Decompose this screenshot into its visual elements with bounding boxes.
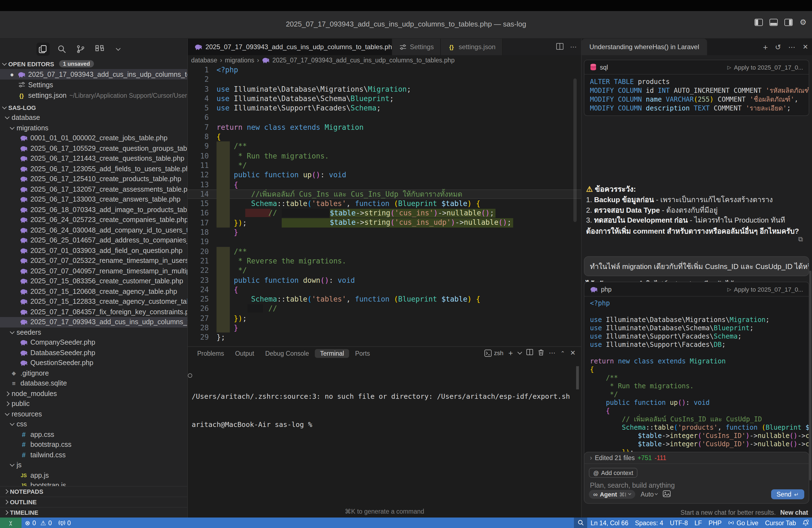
- tree-item[interactable]: 2025_07_15_122833_create_agency_customer…: [0, 297, 188, 307]
- editor-tab[interactable]: {}settings.json: [441, 39, 503, 55]
- chat-tab[interactable]: Understanding whereHas() in Laravel: [582, 39, 707, 55]
- panel-tab-problems[interactable]: Problems: [192, 349, 229, 358]
- tree-item[interactable]: #tailwind.css: [0, 450, 188, 460]
- breadcrumb-file[interactable]: 2025_07_17_093943_add_cus_ins_udp_column…: [272, 57, 454, 63]
- toggle-left-sidebar-icon[interactable]: [755, 19, 763, 26]
- ai-suggestion[interactable]: $table->string('cus_ins')->nullable();: [330, 209, 496, 218]
- tree-folder[interactable]: js: [0, 460, 188, 470]
- search-status-icon[interactable]: [574, 517, 587, 528]
- open-editor-item[interactable]: ●2025_07_17_093943_add_cus_ins_udp_colum…: [0, 69, 188, 79]
- chevron-down-icon[interactable]: [112, 43, 125, 56]
- tree-item[interactable]: 2025_06_17_125410_create_products_table.…: [0, 174, 188, 184]
- open-editor-item[interactable]: Settings: [0, 79, 188, 90]
- tree-item[interactable]: 2025_06_17_133003_create_answers_table.p…: [0, 194, 188, 205]
- kill-terminal-icon[interactable]: [538, 349, 544, 357]
- add-context-button[interactable]: @ Add context: [589, 468, 638, 478]
- chat-messages[interactable]: sql ▷Apply to 2025_07_17_0... ALTER TABL…: [582, 55, 812, 490]
- project-section-header[interactable]: SAS-LOG: [0, 102, 188, 113]
- chat-history-icon[interactable]: ↺: [775, 43, 781, 51]
- settings-gear-icon[interactable]: ⚙: [800, 19, 807, 26]
- tree-item[interactable]: 2025_07_01_033903_add_field_on_question.…: [0, 246, 188, 256]
- tree-item[interactable]: 2025_06_18_070343_add_image_to_products_…: [0, 205, 188, 215]
- indentation-status[interactable]: Spaces: 4: [632, 519, 666, 526]
- tree-item[interactable]: JSapp.js: [0, 470, 188, 481]
- sidebar-section-timeline[interactable]: TIMELINE: [0, 507, 188, 517]
- encoding-status[interactable]: UTF-8: [666, 519, 691, 526]
- sidebar-section-notepads[interactable]: NOTEPADS: [0, 486, 188, 497]
- tree-item[interactable]: 2025_06_17_121443_create_questions_table…: [0, 153, 188, 164]
- tree-item[interactable]: 2025_06_17_123055_add_fields_to_users_ta…: [0, 164, 188, 174]
- tree-folder[interactable]: migrations: [0, 123, 188, 133]
- tree-item[interactable]: #app.css: [0, 429, 188, 440]
- send-button[interactable]: Send↵: [771, 489, 804, 499]
- chat-input[interactable]: Plan, search, build anything: [590, 482, 809, 489]
- more-actions-icon[interactable]: ⋯: [570, 43, 577, 51]
- tree-item[interactable]: 2025_06_25_014657_add_address_to_compani…: [0, 235, 188, 246]
- tree-folder[interactable]: seeders: [0, 327, 188, 337]
- tree-item[interactable]: 2025_06_17_105529_create_question_groups…: [0, 143, 188, 153]
- terminal-output[interactable]: /Users/aritach/.zshrc:source:3: no such …: [192, 363, 570, 448]
- panel-more-icon[interactable]: ⋯: [549, 349, 555, 357]
- tree-item[interactable]: ≡database.sqlite: [0, 378, 188, 388]
- apply-button[interactable]: ▷Apply to 2025_07_17_0...: [727, 64, 803, 70]
- open-editors-header[interactable]: OPEN EDITORS 1 unsaved: [0, 59, 188, 69]
- tree-item[interactable]: 2025_06_24_025723_create_companies_table…: [0, 215, 188, 225]
- tree-item[interactable]: ◆.gitignore: [0, 368, 188, 378]
- new-chat-link[interactable]: New chat: [780, 509, 808, 516]
- tree-item[interactable]: DatabaseSeeder.php: [0, 348, 188, 358]
- tree-folder[interactable]: database: [0, 113, 188, 123]
- chat-scrollbar[interactable]: [809, 270, 811, 481]
- search-icon[interactable]: [55, 43, 69, 56]
- editor-tab[interactable]: 2025_07_17_093943_add_cus_ins_udp_column…: [188, 39, 392, 55]
- tree-item[interactable]: 2025_07_17_093943_add_cus_ins_udp_column…: [0, 317, 188, 327]
- editor-tab[interactable]: Settings: [392, 39, 441, 55]
- tree-item[interactable]: 2025_07_07_025322_rename_timestamp_in_us…: [0, 256, 188, 266]
- panel-tab-output[interactable]: Output: [230, 349, 259, 358]
- cursor-tab-status[interactable]: Cursor Tab: [762, 519, 799, 526]
- tree-item[interactable]: 2025_07_07_040957_rename_timestamp_in_mu…: [0, 266, 188, 276]
- new-terminal-icon[interactable]: +: [508, 349, 513, 357]
- toggle-right-sidebar-icon[interactable]: [785, 19, 793, 26]
- maximize-panel-icon[interactable]: ⌃: [561, 350, 565, 356]
- sidebar-section-outline[interactable]: OUTLINE: [0, 497, 188, 507]
- terminal-dropdown-icon[interactable]: [517, 350, 522, 355]
- tree-item[interactable]: 2025_07_17_084357_fix_foreign_key_constr…: [0, 307, 188, 317]
- language-mode-status[interactable]: PHP: [705, 519, 725, 526]
- new-chat-icon[interactable]: +: [763, 42, 768, 52]
- panel-tab-debug-console[interactable]: Debug Console: [260, 349, 314, 358]
- close-chat-icon[interactable]: ✕: [802, 43, 808, 51]
- source-control-icon[interactable]: [74, 43, 87, 56]
- panel-tab-terminal[interactable]: Terminal: [315, 349, 349, 358]
- tree-item[interactable]: 2025_07_15_120608_create_agency_table.ph…: [0, 287, 188, 297]
- apply-button[interactable]: ▷Apply to 2025_07_17_0...: [727, 286, 803, 292]
- breadcrumb-item[interactable]: migrations: [225, 57, 254, 63]
- extensions-icon[interactable]: [93, 43, 106, 56]
- remote-indicator[interactable]: ⪥: [0, 517, 21, 528]
- problems-status[interactable]: ⊗0 ⚠0: [21, 519, 55, 527]
- tree-item[interactable]: #bootstrap.css: [0, 440, 188, 450]
- tree-item[interactable]: 2025_06_17_132057_create_assessments_tab…: [0, 184, 188, 194]
- split-editor-icon[interactable]: [556, 43, 563, 51]
- tree-folder[interactable]: node_modules: [0, 388, 188, 399]
- ports-status[interactable]: 0: [55, 519, 74, 526]
- tree-folder[interactable]: resources: [0, 409, 188, 419]
- code-editor[interactable]: 1<?php23use Illuminate\Database\Migratio…: [188, 65, 581, 346]
- editor-scrollbar[interactable]: [574, 78, 577, 222]
- open-editor-item[interactable]: {}settings.json~/Library/Application Sup…: [0, 90, 188, 101]
- attach-image-icon[interactable]: [663, 490, 671, 498]
- tree-folder[interactable]: css: [0, 419, 188, 429]
- toggle-bottom-panel-icon[interactable]: [770, 19, 778, 26]
- tree-item[interactable]: 2025_07_15_083356_create_customer_table.…: [0, 276, 188, 287]
- tree-item[interactable]: 0001_01_01_000002_create_jobs_table.php: [0, 133, 188, 143]
- go-live-button[interactable]: Go Live: [725, 519, 762, 526]
- notifications-bell-icon[interactable]: [799, 519, 812, 526]
- edited-files-row[interactable]: › Edited 21 files +751 -111: [584, 452, 809, 464]
- tree-item[interactable]: 2025_06_24_030048_add_company_id_to_user…: [0, 225, 188, 235]
- copy-message-icon[interactable]: ⧉: [798, 235, 803, 243]
- terminal-scrollbar[interactable]: [576, 366, 579, 390]
- tree-folder[interactable]: public: [0, 399, 188, 409]
- ai-suggestion[interactable]: $table->string('cus_ins_udp')->nullable(…: [282, 218, 513, 228]
- panel-tab-ports[interactable]: Ports: [350, 349, 375, 358]
- close-panel-icon[interactable]: ✕: [570, 349, 576, 357]
- files-copy-icon[interactable]: [37, 43, 50, 56]
